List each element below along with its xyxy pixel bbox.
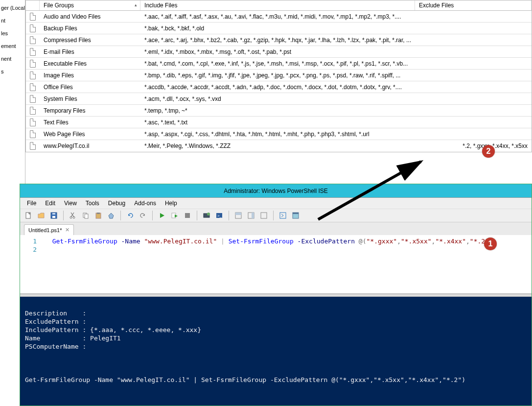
table-row[interactable]: Compressed Files*.ace, *.arc, *.arj, *.b… [26, 34, 532, 46]
svg-rect-10 [97, 213, 100, 214]
cell-file-group: www.PelegIT.co.il [40, 143, 140, 149]
cell-file-group: Audio and Video Files [40, 13, 140, 20]
file-icon [26, 60, 40, 68]
script-tab[interactable]: Untitled1.ps1* ✕ [24, 224, 74, 235]
ise-script-editor[interactable]: 12 Get-FsrmFileGroup -Name "www.PelegIT.… [20, 235, 532, 294]
cell-include: *.ace, *.arc, *.arj, *.bhx, *.bz2, *.cab… [140, 37, 415, 44]
cell-file-group: Text Files [40, 119, 140, 126]
svg-rect-12 [185, 213, 190, 218]
table-row[interactable]: Office Files*.accdb, *.accde, *.accdr, *… [26, 81, 532, 93]
cell-include: *.aac, *.aif, *.aiff, *.asf, *.asx, *.au… [140, 13, 415, 20]
table-row[interactable]: Audio and Video Files*.aac, *.aif, *.aif… [26, 11, 532, 23]
cut-icon[interactable] [68, 210, 78, 221]
open-file-icon[interactable] [36, 210, 46, 221]
stop-icon[interactable] [182, 210, 193, 221]
copy-icon[interactable] [80, 210, 91, 221]
svg-rect-4 [52, 213, 55, 215]
file-icon [26, 13, 40, 21]
cell-file-group: Compressed Files [40, 37, 140, 44]
file-icon [26, 95, 40, 103]
annotation-1: 1 [484, 238, 497, 250]
save-icon[interactable] [48, 210, 59, 221]
col-include-files[interactable]: Include Files [140, 0, 415, 10]
menu-view[interactable]: View [60, 199, 81, 208]
close-tab-icon[interactable]: ✕ [65, 227, 69, 233]
file-icon [26, 72, 40, 79]
new-file-icon[interactable] [23, 210, 34, 221]
file-icon [26, 119, 40, 126]
show-script-right-icon[interactable] [246, 210, 256, 221]
table-row[interactable]: Executable Files*.bat, *.cmd, *.com, *.c… [26, 58, 532, 70]
menu-file[interactable]: File [23, 199, 40, 208]
col-icon[interactable] [26, 0, 40, 10]
cell-include: *.bmp, *.dib, *.eps, *.gif, *.img, *.jfi… [140, 72, 415, 79]
table-row[interactable]: Web Page Files*.asp, *.aspx, *.cgi, *.cs… [26, 128, 532, 140]
table-row[interactable]: Image Files*.bmp, *.dib, *.eps, *.gif, *… [26, 70, 532, 81]
tab-label: Untitled1.ps1* [28, 227, 62, 233]
ise-menu-bar[interactable]: FileEditViewToolsDebugAdd-onsHelp [20, 198, 532, 209]
show-script-top-icon[interactable] [233, 210, 244, 221]
cell-file-group: Temporary Files [40, 107, 140, 114]
menu-help[interactable]: Help [161, 199, 181, 208]
powershell-ise-window: Administrator: Windows PowerShell ISE Fi… [20, 184, 532, 406]
annotation-2: 2 [482, 145, 495, 158]
editor-code[interactable]: Get-FsrmFileGroup -Name "www.PelegIT.co.… [45, 237, 532, 245]
table-row[interactable]: System Files*.acm, *.dll, *.ocx, *.sys, … [26, 93, 532, 105]
file-icon [26, 24, 40, 32]
svg-rect-21 [261, 213, 267, 218]
fsrm-tree-fragment: ger (Local)ntlesementnents [0, 0, 25, 184]
file-icon [26, 142, 40, 150]
cell-include: *.accdb, *.accde, *.accdr, *.accdt, *.ad… [140, 84, 415, 91]
run-selection-icon[interactable] [169, 210, 180, 221]
col-exclude-files[interactable]: Exclude Files [415, 0, 532, 10]
undo-icon[interactable] [125, 210, 136, 221]
powershell-tab-icon[interactable]: >_ [214, 210, 225, 221]
tree-fragment-item[interactable]: ement [1, 43, 24, 49]
show-script-max-icon[interactable] [258, 210, 269, 221]
ise-console-pane[interactable]: Description : ExcludePattern : IncludePa… [20, 297, 532, 406]
tree-fragment-item[interactable]: s [1, 69, 24, 74]
cell-file-group: System Files [40, 96, 140, 102]
tree-fragment-item[interactable]: les [1, 30, 24, 36]
new-remote-tab-icon[interactable] [201, 210, 212, 221]
menu-debug[interactable]: Debug [104, 199, 129, 208]
cell-include: *.bak, *.bck, *.bkf, *.old [140, 25, 415, 32]
clear-icon[interactable] [106, 210, 116, 221]
cell-include: *.acm, *.dll, *.ocx, *.sys, *.vxd [140, 96, 415, 102]
file-group-table-body: Audio and Video Files*.aac, *.aif, *.aif… [25, 11, 532, 152]
cell-include: *.Meir, *.Peleg, *.Windows, *.ZZZ [140, 143, 415, 149]
ise-script-tabs: Untitled1.ps1* ✕ [20, 222, 532, 235]
file-icon [26, 107, 40, 115]
run-icon[interactable] [157, 210, 167, 221]
tree-fragment-item[interactable]: ger (Local) [1, 5, 24, 11]
ise-toolbar[interactable]: >_ [20, 209, 532, 222]
menu-edit[interactable]: Edit [41, 199, 59, 208]
table-row[interactable]: E-mail Files*.eml, *.idx, *.mbox, *.mbx,… [26, 46, 532, 58]
svg-rect-22 [280, 213, 286, 218]
table-row[interactable]: Temporary Files*.temp, *.tmp, ~* [26, 105, 532, 117]
tree-fragment-item[interactable]: nent [1, 56, 24, 62]
cell-file-group: Executable Files [40, 60, 140, 67]
table-row[interactable]: www.PelegIT.co.il*.Meir, *.Peleg, *.Wind… [26, 140, 532, 152]
show-command-window-icon[interactable] [290, 210, 301, 221]
cell-include: *.asp, *.aspx, *.cgi, *.css, *.dhtml, *.… [140, 131, 415, 138]
menu-tools[interactable]: Tools [82, 199, 103, 208]
tree-fragment-item[interactable]: nt [1, 18, 24, 24]
file-icon [26, 36, 40, 44]
fsrm-panel: ger (Local)ntlesementnents File Groups▴ … [0, 0, 532, 184]
cell-file-group: Office Files [40, 84, 140, 91]
cell-file-group: E-mail Files [40, 48, 140, 55]
menu-add-ons[interactable]: Add-ons [130, 199, 160, 208]
ise-title-bar: Administrator: Windows PowerShell ISE [20, 184, 532, 198]
paste-icon[interactable] [93, 210, 104, 221]
table-row[interactable]: Text Files*.asc, *.text, *.txt [26, 117, 532, 128]
cell-exclude: *.2, *.gxxx, *.x4xx, *.x5xx [415, 143, 532, 149]
col-file-groups[interactable]: File Groups▴ [40, 0, 140, 10]
svg-rect-8 [85, 214, 88, 218]
cell-include: *.temp, *.tmp, ~* [140, 107, 415, 114]
redo-icon[interactable] [138, 210, 148, 221]
cell-include: *.asc, *.text, *.txt [140, 119, 415, 126]
show-command-addon-icon[interactable] [278, 210, 288, 221]
svg-rect-18 [235, 213, 241, 215]
table-row[interactable]: Backup Files*.bak, *.bck, *.bkf, *.old [26, 23, 532, 34]
